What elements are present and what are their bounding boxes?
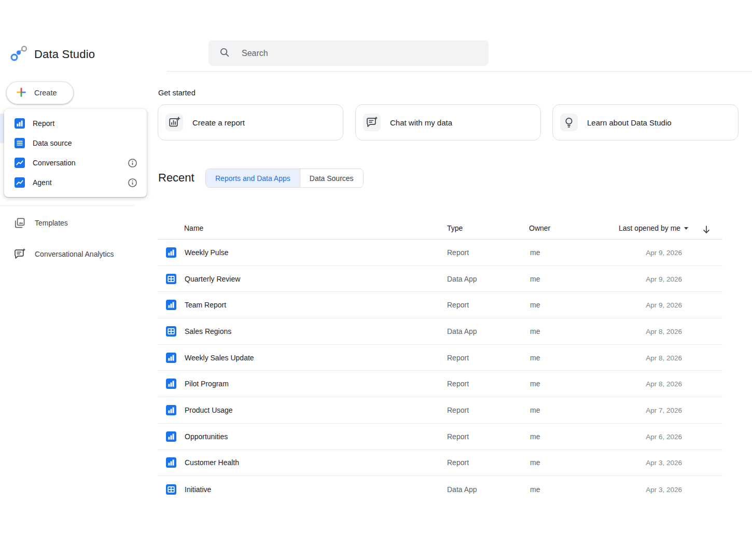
row-type: Report [447,458,469,467]
tab[interactable]: Reports and Data Apps [206,169,300,187]
card-label: Learn about Data Studio [587,118,672,127]
report-icon [166,353,176,363]
create-menu-item[interactable]: Data source [4,133,147,153]
get-started-title: Get started [158,89,196,97]
create-menu-item-label: Report [33,119,137,128]
table-row[interactable]: Weekly Pulse Report me Apr 9, 2026 [158,240,722,266]
create-menu-item[interactable]: Conversation [4,153,147,173]
row-type: Data App [447,327,477,335]
table-body: Weekly Pulse Report me Apr 9, 2026 Quart… [158,240,722,502]
row-last-opened: Apr 7, 2026 [646,406,682,414]
data-app-icon [166,274,176,284]
card-label: Create a report [192,118,245,127]
row-type: Report [447,380,469,388]
column-header-last-opened[interactable]: Last opened by me [619,224,688,232]
get-started-card[interactable]: Chat with my data [355,104,541,141]
row-owner: me [530,458,540,467]
row-owner: me [530,485,540,494]
row-type: Data App [447,275,477,283]
lightbulb-icon [563,116,575,129]
column-header-type[interactable]: Type [447,224,463,232]
create-menu-item-label: Agent [33,178,120,187]
row-last-opened: Apr 9, 2026 [646,248,682,256]
column-header-owner[interactable]: Owner [529,224,550,232]
column-header-name[interactable]: Name [184,224,203,232]
row-last-opened: Apr 9, 2026 [646,275,682,283]
row-name: Quarterly Review [185,275,240,283]
row-type: Data App [447,485,477,494]
row-owner: me [530,301,540,309]
chat-sparkle-icon [366,116,378,129]
get-started-card[interactable]: Create a report [158,104,343,141]
row-last-opened: Apr 9, 2026 [646,301,682,309]
create-menu-item[interactable]: Report [4,114,147,133]
row-name: Weekly Pulse [185,248,229,257]
report-icon [166,300,176,310]
table-row[interactable]: Pilot Program Report me Apr 8, 2026 [158,371,722,397]
search-input[interactable] [242,49,489,58]
report-icon [166,457,176,468]
create-menu: Report Data source Conversation Agent [4,109,147,197]
row-name: Opportunities [185,432,228,441]
create-menu-item-label: Data source [33,139,137,147]
row-last-opened: Apr 8, 2026 [646,380,682,388]
table-row[interactable]: Opportunities Report me Apr 6, 2026 [158,424,722,450]
row-type: Report [447,406,469,414]
get-started-card[interactable]: Learn about Data Studio [552,104,739,141]
tab-label: Reports and Data Apps [215,174,290,183]
row-name: Customer Health [185,458,239,467]
search-icon [219,47,230,60]
row-name: Sales Regions [185,327,231,335]
row-last-opened: Apr 8, 2026 [646,327,682,335]
data-app-icon [166,326,176,337]
row-owner: me [530,380,540,388]
create-report-icon [168,116,180,129]
card-label: Chat with my data [390,118,452,127]
report-icon [166,405,176,415]
create-button[interactable]: Create [6,81,74,104]
card-icon-box [363,114,381,131]
create-menu-item[interactable]: Agent [4,173,147,192]
recent-title: Recent [158,171,194,185]
recent-tabs: Reports and Data Apps Data Sources [205,169,364,188]
sidebar-item-templates[interactable]: Templates [0,212,135,234]
data-source-icon [15,138,25,148]
row-name: Pilot Program [185,380,229,388]
create-button-label: Create [34,89,57,97]
row-type: Report [447,248,469,257]
report-icon [166,247,176,258]
caret-down-icon [684,227,688,230]
table-row[interactable]: Initiative Data App me Apr 3, 2026 [158,476,722,502]
chart-line-icon [15,158,25,168]
table-row[interactable]: Product Usage Report me Apr 7, 2026 [158,397,722,424]
sidebar-item-label: Templates [35,219,68,227]
row-type: Report [447,432,469,441]
table-row[interactable]: Team Report Report me Apr 9, 2026 [158,292,722,318]
app-logo-title: Data Studio [9,46,95,63]
info-icon[interactable] [128,178,137,188]
sidebar-item-label: Conversational Analytics [35,250,114,258]
table-row[interactable]: Weekly Sales Update Report me Apr 8, 202… [158,345,722,371]
data-app-icon [166,484,176,495]
table-row[interactable]: Quarterly Review Data App me Apr 9, 2026 [158,266,722,292]
row-owner: me [530,406,540,414]
row-name: Weekly Sales Update [185,354,254,362]
table-row[interactable]: Sales Regions Data App me Apr 8, 2026 [158,318,722,345]
sidebar-item-conversational-analytics[interactable]: Conversational Analytics [0,243,135,265]
info-icon[interactable] [128,158,137,168]
sort-direction-icon[interactable] [701,224,712,237]
row-last-opened: Apr 3, 2026 [646,459,682,467]
row-owner: me [530,327,540,335]
tab-label: Data Sources [310,174,354,183]
templates-icon [13,217,26,229]
report-icon [166,379,176,389]
tab[interactable]: Data Sources [300,169,363,187]
row-owner: me [530,248,540,257]
row-last-opened: Apr 6, 2026 [646,432,682,440]
report-icon [166,431,176,442]
table-row[interactable]: Customer Health Report me Apr 3, 2026 [158,450,722,477]
header-divider [167,71,752,72]
search-bar[interactable] [208,40,489,66]
row-type: Report [447,301,469,309]
create-menu-item-label: Conversation [33,159,120,167]
